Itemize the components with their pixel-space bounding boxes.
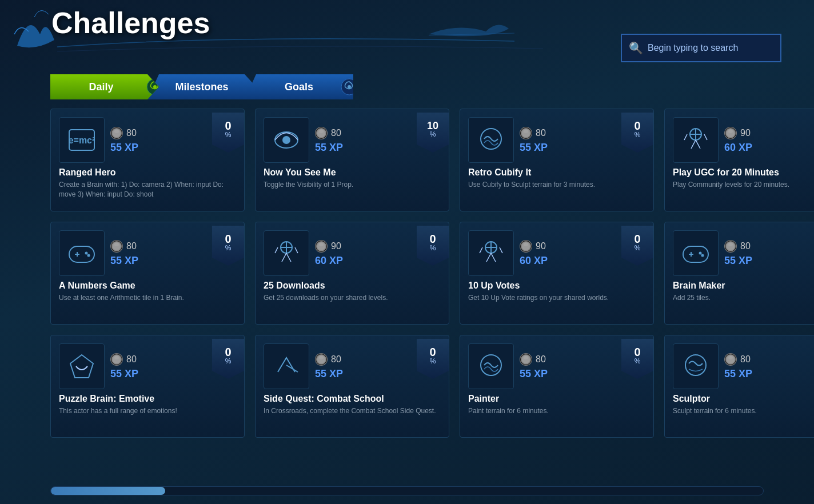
card-stats: 80 55 XP: [724, 240, 752, 267]
svg-point-41: [114, 243, 119, 246]
progress-percent: %: [635, 358, 641, 365]
card-icon: [468, 230, 514, 276]
card-desc: Paint terrain for 6 minutes.: [468, 406, 645, 416]
card-xp: 60 XP: [724, 142, 752, 154]
card-icon: [59, 230, 105, 276]
card-desc: Get 10 Up Vote ratings on your shared wo…: [468, 293, 645, 303]
card-stats: 80 55 XP: [110, 353, 138, 380]
progress-percent: %: [225, 131, 232, 138]
card-coins: 80: [315, 127, 343, 139]
svg-point-76: [114, 356, 119, 359]
card-top: 80 55 XP: [59, 343, 236, 389]
card-stats: 90 60 XP: [520, 240, 548, 267]
challenge-card[interactable]: 0 % 80: [255, 335, 449, 438]
progress-badge: 0 %: [417, 339, 449, 379]
challenge-card[interactable]: 10 %: [255, 109, 449, 211]
svg-line-46: [295, 247, 298, 253]
coin-icon: [724, 353, 737, 366]
card-coins: 80: [110, 127, 138, 139]
coin-amount: 90: [536, 241, 546, 251]
card-stats: 80 55 XP: [520, 127, 548, 154]
card-xp: 55 XP: [110, 368, 138, 380]
svg-point-63: [524, 243, 528, 246]
challenge-card[interactable]: 0 %: [50, 222, 245, 325]
tabs-container: Daily Milestones Goals: [50, 74, 353, 99]
card-top: 80 55 XP: [468, 117, 645, 163]
card-top: e=mc² 80 55 XP: [59, 117, 236, 163]
card-top: 80 55 XP: [673, 230, 814, 276]
card-xp: 55 XP: [520, 368, 548, 380]
coin-icon: [520, 240, 532, 253]
tab-goals[interactable]: Goals: [245, 74, 353, 99]
card-top: 80 55 XP: [59, 230, 236, 276]
coin-amount: 80: [536, 128, 546, 138]
coin-icon: [724, 127, 737, 139]
progress-percent: %: [430, 245, 436, 251]
coin-amount: 80: [536, 354, 546, 365]
scrollbar[interactable]: [50, 486, 764, 495]
challenge-card[interactable]: 0 %: [460, 222, 654, 325]
card-title: Sculptor: [673, 394, 814, 404]
tab-milestones[interactable]: Milestones: [147, 74, 256, 99]
svg-point-21: [524, 130, 528, 133]
coin-icon: [110, 240, 123, 253]
card-top: 80 55 XP: [673, 343, 814, 389]
card-xp: 55 XP: [315, 142, 343, 154]
challenge-card[interactable]: 0 %: [664, 109, 814, 211]
card-coins: 80: [520, 353, 548, 366]
coin-icon: [110, 127, 123, 139]
svg-line-47: [282, 253, 286, 262]
challenge-card[interactable]: 0 %: [255, 222, 449, 325]
card-coins: 80: [110, 353, 138, 366]
progress-percent: %: [635, 131, 641, 138]
card-desc: Sculpt terrain for 6 minutes.: [673, 406, 814, 416]
card-stats: 80 55 XP: [315, 353, 343, 380]
card-stats: 80 55 XP: [315, 127, 343, 154]
search-input[interactable]: [648, 43, 773, 53]
progress-percent: %: [430, 131, 436, 138]
coin-amount: 80: [126, 354, 137, 365]
card-title: Ranged Hero: [59, 167, 236, 178]
card-title: Retro Cubify It: [468, 167, 645, 178]
progress-percent: %: [635, 245, 641, 251]
card-xp: 60 XP: [520, 255, 548, 267]
coin-icon: [724, 240, 737, 253]
card-top: 90 60 XP: [468, 230, 645, 276]
progress-badge: 0 %: [212, 113, 244, 153]
progress-percent: %: [225, 358, 232, 365]
card-desc: Get 25 downloads on your shared levels.: [264, 293, 441, 303]
coin-icon: [520, 353, 532, 366]
card-coins: 80: [724, 240, 752, 253]
challenge-card[interactable]: 0 % 80: [50, 335, 245, 438]
svg-point-68: [701, 254, 704, 257]
card-icon: [468, 343, 514, 389]
challenge-card[interactable]: 0 %: [664, 222, 814, 325]
card-title: 10 Up Votes: [468, 281, 645, 291]
progress-percent: %: [225, 245, 232, 251]
card-desc: Use at least one Arithmetic tile in 1 Br…: [59, 293, 236, 303]
svg-point-2: [153, 85, 157, 89]
card-coins: 90: [724, 127, 752, 139]
card-desc: This actor has a full range of emotions!: [59, 406, 236, 416]
search-bar[interactable]: 🔍: [621, 34, 781, 62]
search-icon: 🔍: [629, 41, 643, 55]
svg-line-57: [500, 247, 502, 253]
svg-point-36: [85, 252, 88, 255]
card-top: 90 60 XP: [673, 117, 814, 163]
card-desc: In Crossroads, complete the Combat Schoo…: [264, 406, 441, 416]
card-icon: e=mc²: [59, 117, 105, 163]
challenge-card[interactable]: 0 % e=mc²: [50, 109, 245, 211]
coin-icon: [315, 127, 328, 139]
page-title: Challenges: [51, 6, 210, 40]
challenge-card[interactable]: 0 %: [460, 335, 654, 438]
challenges-grid: 0 % e=mc²: [50, 109, 814, 438]
challenge-card[interactable]: 0 %: [460, 109, 654, 211]
card-xp: 60 XP: [315, 255, 343, 267]
coin-amount: 80: [740, 354, 751, 365]
svg-line-58: [486, 253, 491, 262]
challenge-card[interactable]: 0 %: [664, 335, 814, 438]
tab-daily[interactable]: Daily: [50, 74, 159, 99]
card-coins: 90: [315, 240, 343, 253]
card-icon: [59, 343, 105, 389]
svg-point-86: [524, 356, 528, 359]
